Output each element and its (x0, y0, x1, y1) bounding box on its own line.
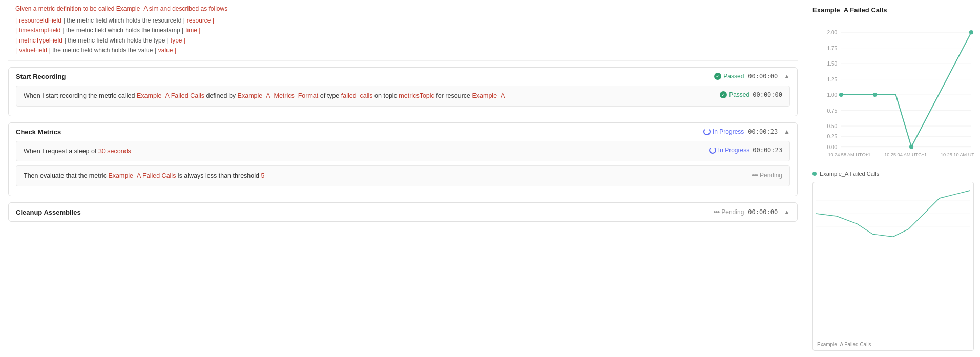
step-row-check-metrics-1: Then evaluate that the metric Example_A … (16, 165, 790, 186)
chevron-start-recording: ▲ (784, 73, 790, 80)
pending-dots-step-2: ••• (752, 171, 758, 179)
highlight-metric-name: Example_A Failed Calls (137, 92, 204, 99)
section-title-check-metrics: Check Metrics (16, 128, 61, 136)
field-name-metricType: metricTypeField (19, 36, 62, 46)
section-body-start-recording: When I start recording the metric called… (9, 86, 797, 116)
legend-label: Example_A Failed Calls (820, 171, 879, 177)
badge-in-progress-step-1: In Progress (709, 146, 749, 154)
svg-text:1.50: 1.50 (827, 61, 837, 67)
pipe-2: | (15, 26, 17, 35)
field-desc-timestamp: | the metric field which holds the times… (62, 26, 183, 35)
chart-legend: Example_A Failed Calls (812, 171, 974, 177)
chevron-cleanup: ▲ (784, 208, 790, 216)
step-text-start-recording-0: When I start recording the metric called… (24, 91, 714, 101)
chevron-check-metrics: ▲ (784, 128, 790, 135)
field-name-value: valueField (19, 46, 47, 55)
pipe-4: | (15, 46, 17, 55)
field-desc-value: | the metric field which holds the value… (49, 46, 156, 55)
section-meta-check-metrics: In Progress 00:00:23 ▲ (703, 128, 790, 135)
svg-text:0.50: 0.50 (827, 123, 837, 129)
step-row-start-recording-0: When I start recording the metric called… (16, 86, 790, 107)
step-text-check-metrics-1: Then evaluate that the metric Example_A … (24, 171, 745, 181)
field-desc-metricType: | the metric field which holds the type … (65, 36, 169, 46)
highlight-metric-format: Example_A_Metrics_Format (238, 92, 319, 99)
step-status-check-metrics-0: In Progress 00:00:23 (709, 146, 782, 154)
section-body-check-metrics: When I request a sleep of 30 seconds In … (9, 141, 797, 196)
badge-pending-step-2: ••• Pending (752, 171, 782, 179)
chart-point-1 (839, 93, 843, 97)
step-row-check-metrics-0: When I request a sleep of 30 seconds In … (16, 141, 790, 162)
section-meta-start-recording: ✓ Passed 00:00:00 ▲ (714, 73, 790, 80)
pipe-1: | (15, 16, 17, 26)
spinner-icon-check-metrics (703, 128, 711, 135)
chart-point-3 (909, 145, 913, 149)
section-title-start-recording: Start Recording (16, 73, 66, 80)
highlight-resource: Example_A (472, 92, 505, 99)
step-status-start-recording-0: ✓ Passed 00:00:00 (720, 91, 782, 98)
section-title-cleanup: Cleanup Assemblies (16, 208, 81, 216)
time-step-0: 00:00:00 (753, 91, 782, 98)
highlight-metric-type: failed_calls (341, 92, 373, 99)
given-text: Given a metric definition to be called E… (15, 4, 790, 14)
section-header-cleanup[interactable]: Cleanup Assemblies ••• Pending 00:00:00 … (9, 203, 797, 221)
intro-block: Given a metric definition to be called E… (8, 0, 798, 61)
thumbnail-chart: Example_A Failed Calls (812, 182, 974, 351)
right-panel: Example_A Failed Calls 2.00 1.75 1.50 1.… (806, 0, 980, 357)
badge-passed-step-0: ✓ Passed (720, 91, 749, 98)
time-check-metrics-step-0: 00:00:23 (753, 146, 782, 154)
field-value: | valueField | the metric field which ho… (15, 46, 790, 55)
check-icon-start-recording: ✓ (714, 73, 721, 80)
field-name-timestamp: timestampField (19, 26, 60, 35)
main-chart: 2.00 1.75 1.50 1.25 1.00 0.75 0.50 0.25 … (812, 21, 974, 164)
section-header-check-metrics[interactable]: Check Metrics In Progress 00:00:23 ▲ (9, 123, 797, 141)
spinner-icon-step-1 (709, 146, 716, 154)
legend-dot (812, 172, 817, 176)
svg-text:1.25: 1.25 (827, 77, 837, 82)
field-timestamp: | timestampField | the metric field whic… (15, 26, 790, 35)
field-metricType: | metricTypeField | the metric field whi… (15, 36, 790, 46)
badge-in-progress-check-metrics: In Progress (703, 128, 744, 135)
time-start-recording: 00:00:00 (748, 73, 778, 80)
chart-line (841, 32, 971, 147)
section-meta-cleanup: ••• Pending 00:00:00 ▲ (714, 208, 790, 216)
field-val-metricType: type | (171, 36, 185, 46)
svg-text:0.75: 0.75 (827, 108, 837, 114)
highlight-sleep: 30 seconds (98, 148, 131, 155)
pending-dots-cleanup: ••• (714, 208, 720, 216)
field-desc-resourceId: | the metric field which holds the resou… (64, 16, 185, 26)
chart-point-2 (873, 93, 877, 97)
section-start-recording: Start Recording ✓ Passed 00:00:00 ▲ When… (8, 67, 798, 116)
field-val-value: value | (158, 46, 176, 55)
svg-text:2.00: 2.00 (827, 30, 837, 35)
section-header-start-recording[interactable]: Start Recording ✓ Passed 00:00:00 ▲ (9, 68, 797, 86)
thumbnail-label: Example_A Failed Calls (817, 342, 871, 347)
svg-text:10:24:58 AM UTC+1: 10:24:58 AM UTC+1 (828, 152, 870, 157)
badge-pending-cleanup: ••• Pending (714, 208, 744, 216)
highlight-metric-eval: Example_A Failed Calls (108, 172, 176, 179)
field-name-resourceId: resourceIdField (19, 16, 61, 26)
field-val-timestamp: time | (185, 26, 200, 35)
svg-text:10:25:04 AM UTC+1: 10:25:04 AM UTC+1 (884, 152, 927, 157)
pipe-3: | (15, 36, 17, 46)
svg-text:0.00: 0.00 (827, 144, 837, 150)
step-text-check-metrics-0: When I request a sleep of 30 seconds (24, 146, 703, 156)
svg-text:10:25:10 AM UTC+1: 10:25:10 AM UTC+1 (941, 152, 974, 157)
left-panel: Given a metric definition to be called E… (0, 0, 806, 357)
highlight-topic: metricsTopic (399, 92, 434, 99)
section-check-metrics: Check Metrics In Progress 00:00:23 ▲ Whe… (8, 122, 798, 197)
badge-passed-start-recording: ✓ Passed (714, 73, 744, 80)
time-cleanup: 00:00:00 (748, 208, 778, 216)
highlight-threshold: 5 (261, 172, 264, 179)
section-cleanup: Cleanup Assemblies ••• Pending 00:00:00 … (8, 202, 798, 222)
svg-text:1.00: 1.00 (827, 92, 837, 98)
field-resourceId: | resourceIdField | the metric field whi… (15, 16, 790, 26)
svg-text:0.25: 0.25 (827, 134, 837, 139)
step-status-check-metrics-1: ••• Pending (752, 171, 782, 179)
svg-text:1.75: 1.75 (827, 46, 837, 51)
chart-title: Example_A Failed Calls (812, 6, 974, 14)
check-icon-step-0: ✓ (720, 91, 727, 98)
thumbnail-svg (816, 185, 970, 242)
field-val-resourceId: resource | (187, 16, 214, 26)
time-check-metrics: 00:00:23 (748, 128, 778, 135)
main-chart-svg: 2.00 1.75 1.50 1.25 1.00 0.75 0.50 0.25 … (812, 21, 974, 164)
